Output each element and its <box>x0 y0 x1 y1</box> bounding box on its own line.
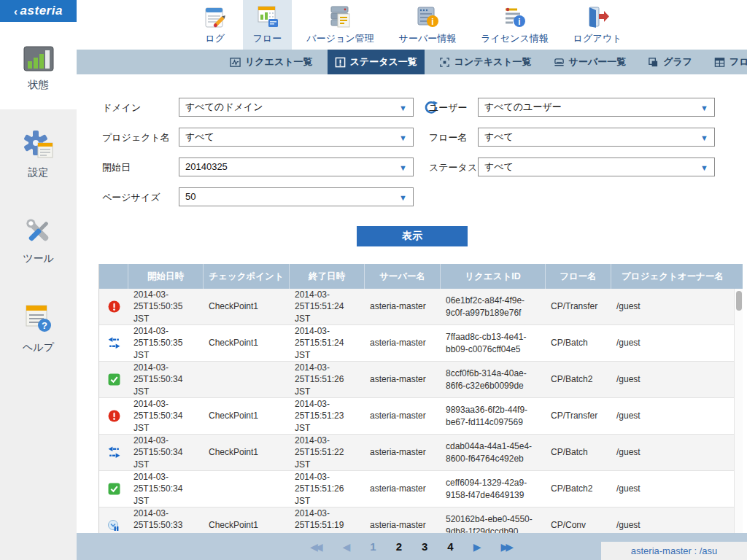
nav-item-label: ライセンス情報 <box>481 32 549 45</box>
previous-page-button[interactable]: ◀ <box>343 541 351 553</box>
cell-cp: CheckPoint1 <box>204 398 290 434</box>
page-size-select[interactable]: 50 ▼ <box>179 187 414 206</box>
status-select[interactable]: すべて ▼ <box>478 158 715 176</box>
cell-start: 2014-03-25T15:50:35 JST <box>128 289 204 324</box>
table-row[interactable]: 2014-03-25T15:50:34 JSTCheckPoint12014-0… <box>99 398 743 435</box>
nav-item-version-control[interactable]: バージョン管理 <box>296 0 384 50</box>
log-icon <box>202 4 228 30</box>
next-page-button[interactable]: ▶ <box>473 541 481 553</box>
start-date-label: 開始日 <box>102 161 131 174</box>
subnav-item-context-list[interactable]: コンテキスト一覧 <box>432 50 539 74</box>
subnav-item-status-list[interactable]: ステータス一覧 <box>328 50 425 74</box>
subnav-item-flow-list[interactable]: フロー一覧 <box>707 50 747 74</box>
status-label: ステータス <box>429 161 477 174</box>
sidebar-item-settings[interactable]: 設定 <box>0 130 77 179</box>
table-row[interactable]: 2014-03-25T15:50:34 JST2014-03-25T15:51:… <box>99 362 743 398</box>
column-header: プロジェクトオーナー名 <box>611 264 734 289</box>
page-button-1: 1 <box>370 540 376 553</box>
table-row[interactable]: 2014-03-25T15:50:35 JSTCheckPoint12014-0… <box>99 325 743 362</box>
table-row[interactable]: 2014-03-25T15:50:35 JSTCheckPoint12014-0… <box>99 289 743 325</box>
chevron-down-icon: ▼ <box>700 159 708 176</box>
help-icon: ? <box>22 303 55 335</box>
bar-chart-icon <box>23 45 55 73</box>
sidebar-item-label: ツール <box>0 252 77 265</box>
show-button[interactable]: 表示 <box>357 226 468 246</box>
chevron-down-icon: ▼ <box>700 129 708 147</box>
cell-owner: /guest <box>611 435 734 470</box>
subnav-item-request-list[interactable]: リクエスト一覧 <box>222 50 320 74</box>
table-row[interactable]: 2014-03-25T15:50:34 JSTCheckPoint12014-0… <box>99 435 743 471</box>
flow-icon <box>255 4 281 30</box>
first-page-button[interactable]: ◀◀ <box>310 541 323 553</box>
connection-status: asteria-master : /asu <box>601 542 747 560</box>
logout-icon <box>584 4 611 30</box>
last-page-button[interactable]: ▶▶ <box>500 541 514 553</box>
flow-name-select[interactable]: すべて ▼ <box>478 128 715 147</box>
secondary-navigation: リクエスト一覧 ステータス一覧 コンテキスト一覧 サーバー一覧 <box>77 50 747 74</box>
cell-flow: CP/Batch2 <box>546 471 611 507</box>
cell-end: 2014-03-25T15:51:26 JST <box>290 362 365 397</box>
chevron-down-icon: ▼ <box>399 99 407 117</box>
cell-req: cdab044a-44a1-45e4-8600-f64764c492eb <box>441 435 546 470</box>
nav-item-server-info[interactable]: i サーバー情報 <box>389 0 467 50</box>
column-header: チェックポイント <box>204 264 290 289</box>
cell-start: 2014-03-25T15:50:34 JST <box>128 471 204 507</box>
start-date-select[interactable]: 20140325 ▼ <box>179 158 414 176</box>
license-info-icon: i <box>501 4 527 30</box>
nav-item-label: フロー <box>253 32 282 45</box>
domain-label: ドメイン <box>102 101 141 114</box>
server-info-icon: i <box>414 4 441 30</box>
success-status-icon <box>99 471 128 507</box>
page-button-4[interactable]: 4 <box>447 540 453 553</box>
flow-name-label: フロー名 <box>429 131 468 144</box>
sidebar-item-help[interactable]: ? ヘルプ <box>0 303 77 354</box>
cell-req: 7ffaad8c-cb13-4e41-bb09-c0076cff04e5 <box>441 325 546 361</box>
page-size-label: ページサイズ <box>102 191 160 204</box>
subnav-item-graph[interactable]: グラフ <box>640 50 700 74</box>
svg-text:i: i <box>519 17 521 27</box>
status-table-body: 2014-03-25T15:50:35 JSTCheckPoint12014-0… <box>99 289 743 544</box>
chevron-down-icon: ▼ <box>399 159 407 176</box>
user-select[interactable]: すべてのユーザー ▼ <box>478 98 715 117</box>
cell-end: 2014-03-25T15:51:24 JST <box>290 289 365 324</box>
status-list-icon <box>335 57 346 68</box>
sidebar-item-status[interactable]: 状態 <box>0 45 77 92</box>
scrollbar-thumb[interactable] <box>736 291 742 311</box>
cell-cp: CheckPoint1 <box>204 289 290 324</box>
back-chevron-icon: ‹ <box>14 5 18 18</box>
domain-select[interactable]: すべてのドメイン ▼ <box>179 98 414 117</box>
sidebar-item-tools[interactable]: ツール <box>0 216 77 265</box>
nav-item-flow[interactable]: フロー <box>243 0 293 50</box>
subnav-item-label: グラフ <box>663 55 692 69</box>
cell-flow: CP/Transfer <box>546 398 611 434</box>
nav-item-log[interactable]: ログ <box>192 0 239 50</box>
nav-item-logout[interactable]: ログアウト <box>563 0 632 50</box>
cell-server: asteria-master <box>365 289 441 324</box>
table-scrollbar[interactable] <box>734 289 743 544</box>
table-row[interactable]: 2014-03-25T15:50:34 JST2014-03-25T15:51:… <box>99 471 743 508</box>
context-list-icon <box>439 57 450 68</box>
subnav-item-label: リクエスト一覧 <box>245 55 313 69</box>
subnav-item-label: ステータス一覧 <box>350 55 417 69</box>
cell-end: 2014-03-25T15:51:24 JST <box>290 325 365 361</box>
transfer-status-icon <box>99 435 128 470</box>
nav-item-label: バージョン管理 <box>306 32 374 45</box>
cell-end: 2014-03-25T15:51:22 JST <box>290 435 365 470</box>
cell-server: asteria-master <box>365 325 441 361</box>
subnav-item-label: コンテキスト一覧 <box>454 55 532 69</box>
nav-item-license-info[interactable]: i ライセンス情報 <box>471 0 559 50</box>
cell-server: asteria-master <box>365 362 441 397</box>
cell-flow: CP/Batch <box>546 325 611 361</box>
page-button-3[interactable]: 3 <box>422 540 427 553</box>
nav-item-label: ログ <box>205 32 225 45</box>
asteria-logo[interactable]: ‹ asteria <box>0 0 77 22</box>
cell-owner: /guest <box>611 325 734 361</box>
project-name-select[interactable]: すべて ▼ <box>179 128 414 147</box>
page-button-2[interactable]: 2 <box>396 540 402 553</box>
column-header: サーバー名 <box>365 264 441 289</box>
nav-item-label: サーバー情報 <box>399 32 457 45</box>
cell-req: 06e1bf2c-a84f-4f9e-9c0f-a997b189e76f <box>441 289 546 324</box>
chevron-down-icon: ▼ <box>399 129 407 147</box>
top-navigation: ログ フロー バージョン <box>77 0 747 50</box>
subnav-item-server-list[interactable]: サーバー一覧 <box>546 50 634 74</box>
